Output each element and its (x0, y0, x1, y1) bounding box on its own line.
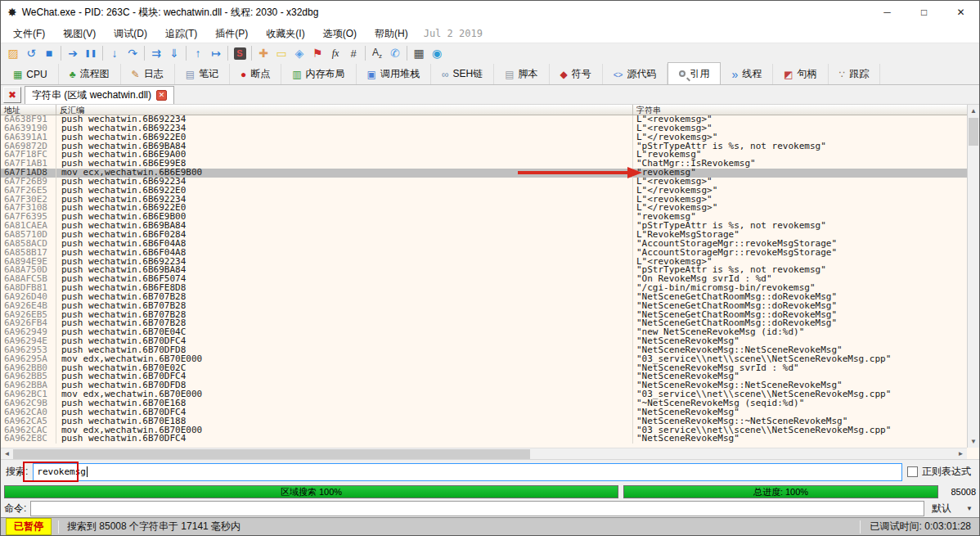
tab-符号[interactable]: ◆符号 (550, 64, 603, 84)
table-row[interactable]: 6A962BB5push wechatwin.6B70DFC4"NetScene… (1, 372, 967, 381)
table-row[interactable]: 6A962C9Bpush wechatwin.6B70E168"~NetScen… (1, 399, 967, 408)
table-row[interactable]: 6A7F30E2push wechatwin.6B692234L"<revoke… (1, 196, 967, 205)
table-row[interactable]: 6A7F18FCpush wechatwin.6B6E9A00L"revokem… (1, 151, 967, 160)
internet-icon[interactable]: ◉ (428, 44, 446, 62)
maximize-button[interactable]: □ (906, 1, 942, 24)
tab-流程图[interactable]: ♣流程图 (59, 64, 121, 84)
tab-脚本[interactable]: ▤脚本 (494, 64, 549, 84)
run-to-user-code-icon[interactable]: ↦ (207, 44, 225, 62)
table-row[interactable]: 6A7F26E5push wechatwin.6B6922E0L"</revok… (1, 187, 967, 196)
table-row[interactable]: 6A639190push wechatwin.6B692234L"<revoke… (1, 124, 967, 133)
table-row[interactable]: 6A926E4Bpush wechatwin.6B707B28"NetScene… (1, 302, 967, 311)
bookmarks-icon[interactable]: ⚑ (308, 44, 326, 62)
pause-icon[interactable]: ❚❚ (82, 44, 100, 62)
functions-icon[interactable]: fx (326, 44, 344, 62)
tab-跟踪[interactable]: ∵跟踪 (829, 64, 881, 84)
step-into-icon[interactable]: ↓ (106, 44, 124, 62)
command-profile-dropdown[interactable]: 默认 ▼ (928, 501, 976, 516)
tab-调用堆栈[interactable]: ▣调用堆栈 (357, 64, 431, 84)
step-out-icon[interactable]: ↑ (189, 44, 207, 62)
table-row[interactable]: 6A962BC1mov edx,wechatwin.6B70E000"03_se… (1, 390, 967, 399)
regex-checkbox[interactable] (907, 466, 918, 477)
stop-icon[interactable]: ■ (40, 44, 58, 62)
horizontal-scrollbar[interactable]: ◄ ► (1, 448, 967, 459)
tab-strings-region[interactable]: 字符串 (区域 wechatwin.dll) ✕ (25, 86, 174, 104)
scroll-down-icon[interactable]: ▼ (968, 435, 979, 448)
menu-item-插[interactable]: 插件(P) (206, 24, 257, 43)
vertical-scrollbar[interactable]: ▲ ▼ (967, 105, 979, 448)
table-row[interactable]: 6A8AFC5Bpush wechatwin.6B6F5074"On Revok… (1, 275, 967, 284)
table-row[interactable]: 6A962949push wechatwin.6B70E04C"new NetS… (1, 328, 967, 337)
table-row[interactable]: 6A962E8Cpush wechatwin.6B70DFC4"NetScene… (1, 435, 967, 444)
menu-item-追[interactable]: 追踪(T) (156, 24, 206, 43)
table-row[interactable]: 6A962CA5push wechatwin.6B70E188"NetScene… (1, 417, 967, 426)
tab-源代码[interactable]: <>源代码 (603, 64, 668, 84)
close-button[interactable]: ✕ (942, 1, 979, 24)
table-row[interactable]: 6A69872Dpush wechatwin.6B69BA84"pStrType… (1, 142, 967, 151)
labels-icon[interactable]: ◈ (290, 44, 308, 62)
table-row[interactable]: 6A7F1AB1push wechatwin.6B6E99E8"ChatMgr:… (1, 160, 967, 169)
table-row[interactable]: 6A7F6395push wechatwin.6B6E9B00"revokems… (1, 213, 967, 222)
search-input[interactable]: revokemsg (33, 463, 902, 481)
table-row[interactable]: 6A96295Amov edx,wechatwin.6B70E000"03_se… (1, 355, 967, 364)
minimize-button[interactable]: ─ (869, 1, 906, 24)
table-row[interactable]: 6A85710Dpush wechatwin.6B6F0284L"RevokeM… (1, 231, 967, 240)
column-header-disassembly[interactable]: 反汇编 (56, 105, 633, 115)
menu-item-选[interactable]: 选项(O) (314, 24, 366, 43)
table-row[interactable]: 6A926D40push wechatwin.6B707B28"NetScene… (1, 293, 967, 302)
calculator-icon[interactable]: ▦ (410, 44, 428, 62)
tab-CPU[interactable]: ▦CPU (2, 64, 59, 84)
command-input[interactable] (30, 501, 924, 516)
step-over-icon[interactable]: ↷ (124, 44, 142, 62)
table-row[interactable]: 6A962BB0push wechatwin.6B70E02C"NetScene… (1, 364, 967, 373)
table-row[interactable]: 6A962CACmov edx,wechatwin.6B70E000"03_se… (1, 426, 967, 435)
scroll-left-icon[interactable]: ◄ (1, 448, 13, 460)
close-tab-icon[interactable]: ✕ (156, 90, 167, 101)
menu-item-视[interactable]: 视图(V) (54, 24, 105, 43)
table-row[interactable]: 6A926FB4push wechatwin.6B707B28"NetScene… (1, 319, 967, 328)
table-row[interactable]: 6A7F3108push wechatwin.6B6922E0L"</revok… (1, 204, 967, 213)
table-row[interactable]: 6A926EB5push wechatwin.6B707B28"NetScene… (1, 311, 967, 320)
table-row[interactable]: 6A638F91push wechatwin.6B692234L"<revoke… (1, 115, 967, 124)
table-row[interactable]: 6A8A750Dpush wechatwin.6B69BA84"pStrType… (1, 266, 967, 275)
table-row[interactable]: 6A894E9Epush wechatwin.6B692234L"<revoke… (1, 258, 967, 267)
run-icon[interactable]: ➔ (64, 44, 82, 62)
strings-icon[interactable]: Az (368, 44, 386, 62)
menu-item-文[interactable]: 文件(F) (4, 24, 54, 43)
table-row[interactable]: 6A7F26B9push wechatwin.6B692234L"<revoke… (1, 178, 967, 187)
comments-icon[interactable]: ▭ (272, 44, 290, 62)
tab-线程[interactable]: »线程 (721, 64, 773, 84)
table-row[interactable]: 6A858ACDpush wechatwin.6B6F04A8"AccountS… (1, 240, 967, 249)
vertical-scrollbar-thumb[interactable] (969, 118, 978, 146)
table-row[interactable]: 6A962BBApush wechatwin.6B70DFD8"NetScene… (1, 381, 967, 390)
scroll-right-icon[interactable]: ► (955, 448, 967, 460)
column-header-string[interactable]: 字符串 (633, 105, 979, 115)
table-row[interactable]: 6A962953push wechatwin.6B70DFD8"NetScene… (1, 346, 967, 355)
tab-句柄[interactable]: ◩句柄 (773, 64, 828, 84)
scroll-up-icon[interactable]: ▲ (968, 105, 979, 117)
table-row[interactable]: 6A858B17push wechatwin.6B6F04A8"AccountS… (1, 249, 967, 258)
tab-笔记[interactable]: ▤笔记 (175, 64, 230, 84)
tab-引用[interactable]: 引用 (668, 62, 721, 84)
modules-icon[interactable]: ✆ (386, 44, 404, 62)
tab-断点[interactable]: ●断点 (230, 64, 281, 84)
tab-日志[interactable]: ✎日志 (121, 64, 175, 84)
seh-breakpoint-icon[interactable]: S (231, 44, 249, 62)
column-header-address[interactable]: 地址 (1, 105, 56, 115)
table-row[interactable]: 6A8DFB81push wechatwin.6B6FE8D8"/cgi-bin… (1, 284, 967, 293)
table-row[interactable]: 6A962CA0push wechatwin.6B70DFC4"NetScene… (1, 408, 967, 417)
horizontal-scrollbar-thumb[interactable] (13, 449, 530, 459)
patches-icon[interactable]: ✚ (254, 44, 272, 62)
table-row[interactable]: 6A96294Epush wechatwin.6B70DFC4"NetScene… (1, 337, 967, 346)
close-all-references-button[interactable]: ✖ (3, 87, 21, 103)
restart-icon[interactable]: ↺ (22, 44, 40, 62)
table-row[interactable]: 6A81CAEApush wechatwin.6B69BA84"pStrType… (1, 222, 967, 231)
table-row-selected[interactable]: 6A7F1AD8mov ecx,wechatwin.6B6E9B00"revok… (1, 169, 967, 178)
open-folder-icon[interactable]: ▨ (4, 44, 22, 62)
menu-item-收[interactable]: 收藏夹(I) (257, 24, 313, 43)
run-until-icon[interactable]: ⇉ (147, 44, 165, 62)
execute-till-return-icon[interactable]: ⇓ (165, 44, 183, 62)
tab-内存布局[interactable]: ▥内存布局 (281, 64, 356, 84)
hash-icon[interactable]: # (344, 44, 362, 62)
tab-SEH链[interactable]: ∞SEH链 (431, 64, 494, 84)
